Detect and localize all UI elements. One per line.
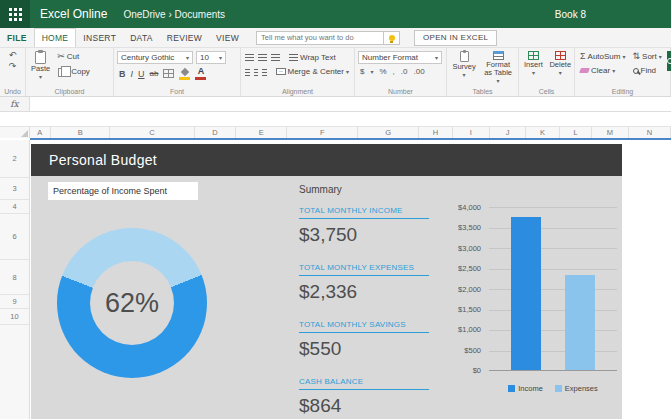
merge-center-button[interactable]: Merge & Center ▾ — [274, 66, 351, 77]
column-header[interactable]: L — [560, 127, 592, 138]
budget-sheet[interactable]: Personal Budget Percentage of Income Spe… — [31, 144, 622, 419]
expenses-bar[interactable] — [565, 275, 595, 370]
document-title[interactable]: Book 8 — [555, 9, 586, 20]
legend-item-expenses[interactable]: Expenses — [555, 384, 598, 393]
strikethrough-button[interactable]: ab — [150, 69, 159, 78]
underline-button[interactable]: U — [138, 69, 145, 79]
cells-group: Insert ▾ Delete ▾ Cells — [519, 48, 575, 96]
currency-button[interactable]: $ — [360, 67, 364, 76]
summary-value: $3,750 — [299, 224, 449, 246]
paste-button[interactable]: Paste ▾ — [29, 51, 52, 85]
row-header[interactable]: 3 — [0, 178, 29, 200]
undo-group-label: Undo — [0, 88, 25, 95]
number-format-dropdown[interactable]: Number Format ▾ — [358, 51, 442, 64]
font-color-icon: A — [198, 67, 205, 76]
open-in-excel-button[interactable]: OPEN IN EXCEL — [414, 30, 497, 46]
row-header[interactable]: 9 — [0, 295, 29, 309]
tab-file[interactable]: FILE — [0, 28, 34, 47]
delete-caret-icon: ▾ — [559, 70, 562, 77]
search-sheet-button[interactable] — [667, 51, 671, 71]
donut-chart[interactable]: 62% — [57, 228, 207, 378]
app-launcher-button[interactable] — [0, 0, 30, 28]
legend-item-income[interactable]: Income — [508, 384, 543, 393]
column-header[interactable]: F — [287, 127, 358, 138]
column-header[interactable]: G — [358, 127, 419, 138]
redo-icon[interactable]: ↷ — [9, 62, 17, 71]
italic-button[interactable]: I — [131, 69, 134, 79]
summary-heading: Summary — [299, 184, 449, 195]
column-header[interactable]: N — [629, 127, 671, 138]
donut-percentage: 62% — [105, 288, 159, 319]
copy-button[interactable]: Copy — [55, 65, 92, 78]
tell-me-input[interactable] — [256, 31, 384, 45]
fill-color-button[interactable] — [179, 68, 190, 80]
delete-button[interactable]: Delete ▾ — [548, 51, 573, 85]
undo-icon[interactable]: ↶ — [9, 51, 17, 60]
column-header[interactable]: A — [30, 127, 52, 138]
tab-review[interactable]: REVIEW — [160, 28, 209, 47]
insert-button[interactable]: Insert ▾ — [522, 51, 545, 85]
column-header[interactable]: D — [195, 127, 236, 138]
borders-button[interactable] — [163, 69, 174, 78]
column-header[interactable]: C — [110, 127, 195, 138]
increase-decimal-button[interactable]: .00 — [414, 67, 425, 76]
excel-online-window: Excel Online OneDrive › Documents Book 8… — [0, 0, 671, 419]
row-header[interactable]: 8 — [0, 260, 29, 295]
sort-button[interactable]: ⇅ Sort ▾ — [631, 51, 664, 62]
breadcrumb[interactable]: OneDrive › Documents — [123, 9, 225, 20]
column-header[interactable]: M — [592, 127, 628, 138]
income-bar[interactable] — [511, 217, 541, 370]
format-as-table-button[interactable]: Format as Table ▾ — [481, 51, 515, 85]
column-header[interactable]: K — [526, 127, 559, 138]
fill-color-bar — [179, 77, 190, 80]
tab-view[interactable]: VIEW — [209, 28, 246, 47]
ribbon-tab-row: FILE HOME INSERT DATA REVIEW VIEW OPEN I… — [0, 28, 671, 48]
formula-bar: fx — [0, 97, 671, 112]
cut-button[interactable]: ✂ Cut — [55, 51, 92, 62]
align-right-icon[interactable] — [262, 69, 267, 70]
decrease-decimal-button[interactable]: .0 — [401, 67, 408, 76]
summary-label: TOTAL MONTHLY SAVINGS — [299, 320, 429, 333]
expenses-swatch-icon — [555, 385, 562, 392]
find-magnifier-icon — [633, 68, 639, 74]
align-left-icon[interactable] — [245, 69, 250, 70]
autosum-button[interactable]: Σ AutoSum ▾ — [578, 51, 628, 62]
tab-home[interactable]: HOME — [34, 28, 77, 47]
survey-button[interactable]: Survey ▾ — [450, 51, 478, 85]
align-middle-icon[interactable] — [258, 54, 267, 55]
wrap-text-button[interactable]: Wrap Text — [287, 51, 338, 63]
percent-button[interactable]: % — [379, 67, 386, 76]
font-color-button[interactable]: A — [195, 67, 206, 80]
merge-caret-icon: ▾ — [346, 68, 349, 75]
select-all-corner[interactable] — [0, 127, 30, 138]
row-header[interactable]: 2 — [0, 140, 29, 178]
formula-input[interactable] — [30, 97, 671, 111]
tell-me-button[interactable] — [384, 31, 400, 45]
find-button[interactable]: Find — [631, 65, 664, 76]
row-header[interactable]: 4 — [0, 200, 29, 214]
wrap-text-icon — [289, 54, 298, 55]
column-header[interactable]: E — [236, 127, 287, 138]
undo-group: ↶ ↷ Undo — [0, 48, 26, 96]
comma-button[interactable]: , — [393, 67, 395, 76]
align-bottom-icon[interactable] — [271, 54, 280, 55]
worksheet-area: 2 3 4 6 8 9 10 Personal Budget Percentag… — [0, 140, 671, 419]
font-size-dropdown[interactable]: 10 ▾ — [196, 51, 226, 64]
align-top-icon[interactable] — [245, 54, 254, 55]
tables-group: Survey ▾ Format as Table ▾ Tables — [447, 48, 519, 96]
bar-chart[interactable] — [489, 207, 617, 371]
column-header[interactable]: H — [419, 127, 452, 138]
row-header[interactable]: 6 — [0, 214, 29, 260]
tab-insert[interactable]: INSERT — [76, 28, 123, 47]
align-center-icon[interactable] — [254, 69, 259, 70]
bold-button[interactable]: B — [119, 69, 126, 79]
column-header[interactable]: B — [51, 127, 110, 138]
tab-data[interactable]: DATA — [123, 28, 160, 47]
font-family-caret-icon: ▾ — [186, 54, 189, 61]
scissors-icon: ✂ — [57, 52, 65, 61]
column-header[interactable]: J — [490, 127, 526, 138]
clear-button[interactable]: Clear ▾ — [578, 65, 628, 76]
row-header[interactable]: 10 — [0, 309, 29, 325]
column-header[interactable]: I — [453, 127, 490, 138]
font-family-dropdown[interactable]: Century Gothic ▾ — [117, 51, 193, 64]
